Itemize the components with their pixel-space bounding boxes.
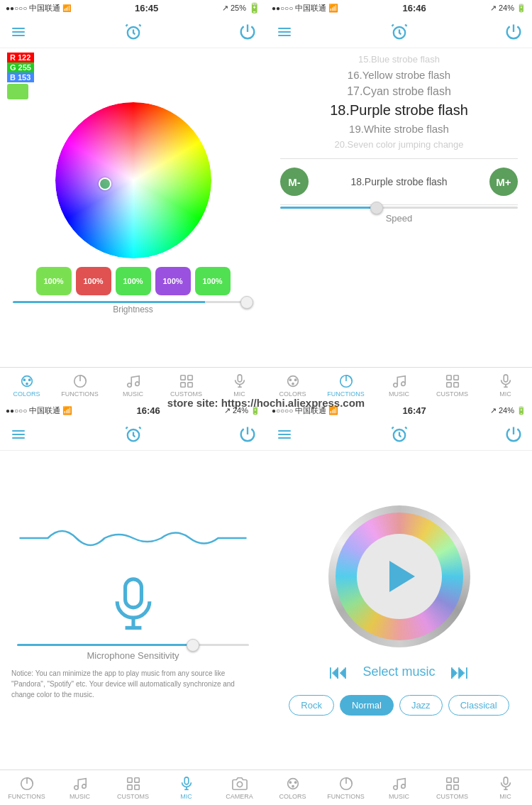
genre-classical[interactable]: Classical	[448, 695, 509, 716]
app-grid: ●●○○○ 中国联通 📶 16:45 ↗ 25% 🔋	[0, 0, 532, 805]
customs-icon-p4	[445, 776, 460, 792]
prev-btn[interactable]: ⏮	[328, 660, 348, 684]
mic-content: Microphone Sensitivity Notice: You can m…	[0, 451, 266, 770]
tab-mic-p4[interactable]: MIC	[479, 770, 532, 805]
svg-point-18	[289, 378, 292, 381]
divider2-p2	[280, 204, 518, 205]
svg-rect-61	[504, 777, 508, 784]
genre-jazz[interactable]: Jazz	[399, 695, 443, 716]
panel-music: ●○○○○ 中国联通 📶 16:47 ↗ 24% 🔋	[266, 402, 532, 805]
sensitivity-thumb[interactable]	[187, 639, 199, 652]
menu-icon-p4[interactable]	[275, 425, 294, 444]
swatch-2[interactable]: 100%	[116, 267, 151, 295]
swatch-3[interactable]: 100%	[155, 267, 191, 295]
svg-rect-25	[446, 375, 450, 379]
power-icon-p3[interactable]	[238, 425, 257, 444]
battery-icon-p1: 🔋	[248, 2, 260, 13]
tab-customs-p4[interactable]: CUSTOMS	[426, 770, 479, 805]
select-music-label: Select music	[362, 664, 435, 679]
speed-track[interactable]	[280, 207, 518, 209]
svg-point-2	[23, 378, 26, 381]
tab-mic-p3[interactable]: MIC	[160, 770, 213, 805]
menu-icon-p3[interactable]	[9, 425, 28, 444]
tab-bar-p2: COLORS FUNCTIONS MUSIC CUSTOMS MIC	[266, 367, 532, 402]
tab-customs-label-p3: CUSTOMS	[117, 793, 149, 800]
swatch-label-4: 100%	[202, 277, 222, 285]
signal-p1: ●●○○○	[6, 4, 27, 12]
camera-icon-p3	[232, 776, 248, 792]
tab-functions-p2[interactable]: FUNCTIONS	[319, 368, 372, 402]
tab-mic-p1[interactable]: MIC	[213, 368, 266, 402]
svg-rect-60	[453, 784, 458, 789]
status-right-p1: ↗ 25% 🔋	[222, 2, 260, 13]
cd-player	[328, 505, 470, 647]
tab-functions-label-p4: FUNCTIONS	[327, 793, 365, 800]
next-btn[interactable]: ⏭	[450, 660, 470, 684]
tab-functions-label-p3: FUNCTIONS	[8, 793, 45, 800]
top-bar-p4	[266, 418, 532, 451]
tab-colors-p4[interactable]: COLORS	[266, 770, 319, 805]
color-wheel[interactable]	[55, 102, 211, 258]
wifi-p3: 📶	[62, 406, 72, 415]
tab-customs-p2[interactable]: CUSTOMS	[426, 368, 479, 402]
m-minus-btn[interactable]: M-	[280, 168, 309, 196]
battery-p3: 24%	[233, 406, 248, 415]
m-plus-btn[interactable]: M+	[489, 168, 518, 196]
brightness-track[interactable]	[13, 301, 253, 303]
svg-rect-42	[127, 784, 131, 789]
swatch-0[interactable]: 100%	[36, 267, 72, 295]
cd-inner[interactable]	[357, 534, 442, 619]
tab-colors-p1[interactable]: COLORS	[0, 368, 53, 402]
power-icon-p2[interactable]	[504, 22, 523, 42]
tab-mic-label-p4: MIC	[499, 793, 511, 800]
time-p1: 16:45	[135, 3, 158, 13]
tab-colors-p2[interactable]: COLORS	[266, 368, 319, 402]
tab-customs-p3[interactable]: CUSTOMS	[106, 770, 160, 805]
music-icon-p3	[72, 776, 88, 792]
sensitivity-track[interactable]	[17, 644, 249, 646]
tab-camera-p3[interactable]: CAMERA	[213, 770, 266, 805]
speed-thumb[interactable]	[370, 202, 383, 214]
power-icon-p1[interactable]	[238, 22, 257, 42]
svg-rect-59	[446, 784, 450, 789]
play-button[interactable]	[389, 561, 415, 592]
time-p3: 16:46	[136, 405, 160, 416]
tab-music-p3[interactable]: MUSIC	[53, 770, 106, 805]
tab-functions-p4[interactable]: FUNCTIONS	[319, 770, 372, 805]
tab-music-p2[interactable]: MUSIC	[372, 368, 426, 402]
wifi-icon-p1: 📶	[62, 4, 71, 12]
notice-text: Notice: You can minimize the app to play…	[11, 668, 255, 700]
tab-customs-p1[interactable]: CUSTOMS	[160, 368, 213, 402]
tab-functions-p1[interactable]: FUNCTIONS	[53, 368, 106, 402]
svg-rect-58	[453, 777, 458, 782]
svg-point-19	[294, 378, 297, 381]
tab-colors-label-p2: COLORS	[279, 390, 306, 398]
func-item-17: 17.Cyan strobe flash	[347, 84, 451, 99]
svg-point-7	[127, 383, 131, 387]
genre-rock[interactable]: Rock	[289, 695, 334, 716]
svg-rect-57	[446, 777, 450, 782]
tab-mic-p2[interactable]: MIC	[479, 368, 532, 402]
color-wheel-white	[55, 102, 211, 258]
top-bar-p2	[266, 16, 532, 48]
brightness-thumb[interactable]	[240, 296, 253, 309]
battery-label-p2: 24%	[499, 4, 514, 12]
alarm-svg-p1	[123, 22, 143, 42]
power-icon-p4[interactable]	[504, 425, 523, 444]
alarm-icon-p4[interactable]	[389, 425, 409, 444]
svg-rect-13	[238, 374, 242, 381]
genre-normal[interactable]: Normal	[340, 695, 394, 716]
hamburger-p1	[12, 28, 25, 36]
location-icon-p1: ↗	[222, 4, 228, 13]
menu-icon-p1[interactable]	[9, 22, 28, 42]
swatch-4[interactable]: 100%	[195, 267, 231, 295]
tab-functions-label-p1: FUNCTIONS	[61, 390, 99, 398]
swatch-1[interactable]: 100%	[76, 267, 111, 295]
alarm-icon-p1[interactable]	[123, 22, 143, 42]
menu-icon-p2[interactable]	[275, 22, 294, 42]
alarm-icon-p2[interactable]	[389, 22, 409, 42]
tab-music-p4[interactable]: MUSIC	[372, 770, 426, 805]
tab-music-p1[interactable]: MUSIC	[106, 368, 160, 402]
tab-functions-p3[interactable]: FUNCTIONS	[0, 770, 53, 805]
alarm-icon-p3[interactable]	[123, 425, 143, 444]
